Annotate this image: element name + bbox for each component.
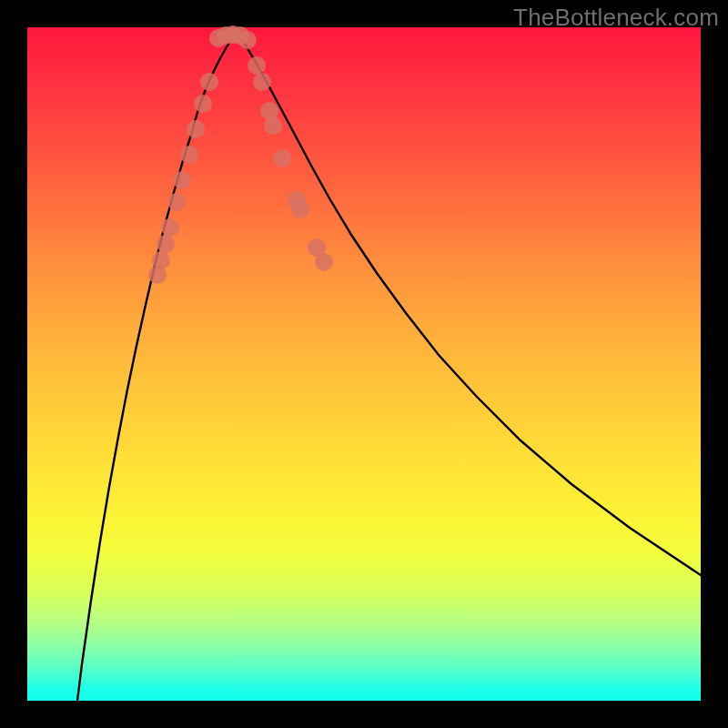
data-dot — [194, 95, 212, 113]
watermark-text: TheBottleneck.com — [513, 4, 719, 32]
data-dot — [152, 251, 170, 269]
plot-area — [27, 27, 701, 701]
left-curve — [77, 32, 235, 701]
data-dot — [180, 146, 198, 164]
data-dot — [291, 200, 309, 218]
data-dot — [173, 171, 191, 189]
data-dot — [157, 235, 175, 253]
data-dot — [161, 218, 179, 237]
data-dot — [315, 253, 333, 271]
data-dot — [248, 56, 266, 75]
data-dot — [187, 120, 205, 138]
data-dot — [253, 73, 271, 91]
data-dot — [167, 193, 186, 211]
data-dot — [200, 73, 218, 91]
data-dot — [238, 31, 257, 49]
data-dot — [273, 149, 291, 167]
curve-layer — [27, 27, 701, 701]
right-curve — [235, 32, 701, 575]
data-dot — [264, 116, 282, 135]
chart-frame: TheBottleneck.com — [0, 0, 728, 728]
